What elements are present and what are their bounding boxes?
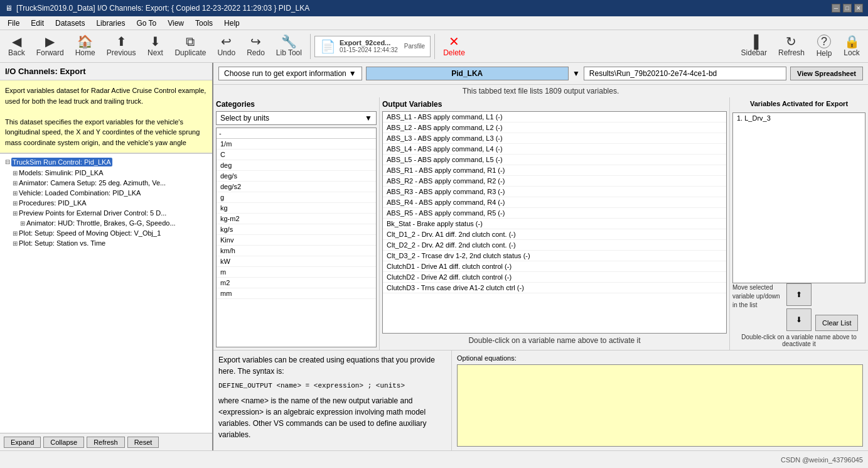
delete-button[interactable]: ✕ Delete xyxy=(439,33,469,59)
status-bar: CSDN @weixin_43796045 xyxy=(0,450,868,468)
help-toolbar-button[interactable]: ? Help xyxy=(812,33,837,60)
view-spreadsheet-button[interactable]: View Spreadsheet xyxy=(790,67,863,80)
var-item-12[interactable]: Clt_D2_2 - Drv. A2 diff. 2nd clutch cont… xyxy=(383,240,726,251)
var-item-2[interactable]: ABS_L3 - ABS apply command, L3 (-) xyxy=(383,133,726,144)
category-item-kgm2[interactable]: kg-m2 xyxy=(217,214,376,224)
refresh-button[interactable]: Refresh xyxy=(87,437,125,448)
tree-item-label-8: Plot: Setup: Station vs. Time xyxy=(19,239,105,247)
category-item-g[interactable]: g xyxy=(217,192,376,203)
var-item-1[interactable]: ABS_L2 - ABS apply command, L2 (-) xyxy=(383,122,726,133)
parsfile-button[interactable]: 📄 Export_92ced... 01-15-2024 12:44:32 Pa… xyxy=(314,36,431,57)
var-item-10[interactable]: Bk_Stat - Brake apply status (-) xyxy=(383,219,726,229)
category-item-deg[interactable]: deg xyxy=(217,160,376,171)
home-icon: 🏠 xyxy=(77,35,93,48)
tree-item-label-6: Animator: HUD: Throttle, Brakes, G-G, Sp… xyxy=(26,219,176,227)
expand-button[interactable]: Expand xyxy=(4,437,41,448)
next-label: Next xyxy=(147,48,163,57)
category-item-Kinv[interactable]: Kinv xyxy=(217,235,376,246)
title-bar: 🖥 [TruckSim2019.0_Data] I/O Channels: Ex… xyxy=(0,0,868,16)
tree-item-plot-speed[interactable]: ⊞ Plot: Setup: Speed of Moving Object: V… xyxy=(3,228,210,238)
categories-search-input[interactable] xyxy=(217,128,376,139)
watermark-text: CSDN @weixin_43796045 xyxy=(781,456,863,464)
menu-help[interactable]: Help xyxy=(219,18,245,29)
var-item-13[interactable]: Clt_D3_2 - Trcase drv 1-2, 2nd clutch st… xyxy=(383,251,726,261)
duplicate-button[interactable]: ⧉ Duplicate xyxy=(170,33,210,59)
refresh-toolbar-button[interactable]: ↻ Refresh xyxy=(774,33,809,59)
var-item-15[interactable]: ClutchD2 - Drive A2 diff. clutch control… xyxy=(383,272,726,283)
tree-item-plot-station[interactable]: ⊞ Plot: Setup: Station vs. Time xyxy=(3,238,210,248)
next-button[interactable]: ⬇ Next xyxy=(142,33,168,59)
var-item-3[interactable]: ABS_L4 - ABS apply command, L4 (-) xyxy=(383,144,726,155)
category-item-m[interactable]: m xyxy=(217,267,376,278)
run-dropdown[interactable]: Choose run to get export information ▼ xyxy=(218,67,362,80)
var-item-16[interactable]: ClutchD3 - Trns case drive A1-2 clutch c… xyxy=(383,283,726,293)
tree-item-models[interactable]: ⊞ Models: Simulink: PID_LKA xyxy=(3,168,210,178)
tree-item-preview[interactable]: ⊞ Preview Points for External Driver Con… xyxy=(3,208,210,218)
menu-libraries[interactable]: Libraries xyxy=(91,18,130,29)
category-item-kW[interactable]: kW xyxy=(217,256,376,267)
move-up-button[interactable]: ⬆ xyxy=(786,283,812,306)
output-variables-column: Output Variables ABS_L1 - ABS apply comm… xyxy=(380,97,730,350)
var-item-6[interactable]: ABS_R2 - ABS apply command, R2 (-) xyxy=(383,176,726,187)
var-item-8[interactable]: ABS_R4 - ABS apply command, R4 (-) xyxy=(383,197,726,208)
title-bar-controls[interactable]: ─ □ ✕ xyxy=(832,4,863,13)
var-item-9[interactable]: ABS_R5 - ABS apply command, R5 (-) xyxy=(383,208,726,219)
home-button[interactable]: 🏠 Home xyxy=(71,33,100,59)
menu-datasets[interactable]: Datasets xyxy=(50,18,90,29)
minimize-button[interactable]: ─ xyxy=(832,4,840,13)
redo-button[interactable]: ↪ Redo xyxy=(242,33,269,59)
pid-dropdown-arrow[interactable]: ▼ xyxy=(572,69,580,78)
back-button[interactable]: ◀ Back xyxy=(4,33,29,59)
forward-label: Forward xyxy=(36,48,64,57)
arrow-buttons: ⬆ ⬇ xyxy=(786,283,812,331)
category-item-degs2[interactable]: deg/s2 xyxy=(217,182,376,192)
maximize-button[interactable]: □ xyxy=(843,4,852,13)
var-item-0[interactable]: ABS_L1 - ABS apply command, L1 (-) xyxy=(383,112,726,122)
undo-button[interactable]: ↩ Undo xyxy=(213,33,240,59)
forward-button[interactable]: ▶ Forward xyxy=(32,33,68,59)
move-down-button[interactable]: ⬇ xyxy=(786,308,812,331)
menu-edit[interactable]: Edit xyxy=(26,18,49,29)
category-item-1m[interactable]: 1/m xyxy=(217,139,376,150)
previous-button[interactable]: ⬆ Previous xyxy=(102,33,141,59)
tree-item-trucksim-run[interactable]: ⊟ TruckSim Run Control: Pid_LKA xyxy=(3,156,210,168)
reset-button[interactable]: Reset xyxy=(127,437,159,448)
category-item-kgs[interactable]: kg/s xyxy=(217,224,376,235)
tree-item-procedures[interactable]: ⊞ Procedures: PID_LKA xyxy=(3,198,210,208)
close-button[interactable]: ✕ xyxy=(854,4,863,13)
tree-item-label-7: Plot: Setup: Speed of Moving Object: V_O… xyxy=(19,229,161,237)
delete-label: Delete xyxy=(443,48,465,57)
left-panel-header: I/O Channels: Export xyxy=(0,63,212,80)
category-item-degs[interactable]: deg/s xyxy=(217,171,376,182)
tree-item-vehicle[interactable]: ⊞ Vehicle: Loaded Combination: PID_LKA xyxy=(3,188,210,198)
category-item-C[interactable]: C xyxy=(217,150,376,160)
category-item-m2[interactable]: m2 xyxy=(217,278,376,288)
collapse-button[interactable]: Collapse xyxy=(43,437,84,448)
menu-view[interactable]: View xyxy=(163,18,189,29)
menu-goto[interactable]: Go To xyxy=(131,18,161,29)
lib-tool-label: Lib Tool xyxy=(276,48,302,57)
category-item-kmh[interactable]: km/h xyxy=(217,246,376,256)
tree-item-animator[interactable]: ⊞ Animator: Camera Setup: 25 deg. Azimut… xyxy=(3,178,210,188)
menu-tools[interactable]: Tools xyxy=(190,18,218,29)
category-item-mm[interactable]: mm xyxy=(217,288,376,299)
clear-list-button[interactable]: Clear List xyxy=(815,315,858,331)
var-item-5[interactable]: ABS_R1 - ABS apply command, R1 (-) xyxy=(383,165,726,176)
var-item-14[interactable]: ClutchD1 - Drive A1 diff. clutch control… xyxy=(383,261,726,272)
var-item-7[interactable]: ABS_R3 - ABS apply command, R3 (-) xyxy=(383,187,726,197)
var-item-4[interactable]: ABS_L5 - ABS apply command, L5 (-) xyxy=(383,155,726,165)
category-item-kg[interactable]: kg xyxy=(217,203,376,214)
pid-dropdown[interactable]: Pid_LKA xyxy=(366,67,569,80)
optional-equations-textarea[interactable] xyxy=(457,364,863,447)
lock-toolbar-button[interactable]: 🔒 Lock xyxy=(839,33,864,59)
home-label: Home xyxy=(75,48,95,57)
parsfile-label: Parsfile xyxy=(404,43,425,50)
menu-file[interactable]: File xyxy=(3,18,24,29)
sidebar-button[interactable]: ▐ Sidebar xyxy=(737,33,771,59)
tree-item-hud[interactable]: ⊞ Animator: HUD: Throttle, Brakes, G-G, … xyxy=(3,218,210,228)
categories-dropdown[interactable]: Select by units ▼ xyxy=(216,111,377,125)
var-item-11[interactable]: Clt_D1_2 - Drv. A1 diff. 2nd clutch cont… xyxy=(383,229,726,240)
export-item-0[interactable]: 1. L_Drv_3 xyxy=(733,113,865,123)
expand-icon-0: ⊟ xyxy=(5,158,10,165)
lib-tool-button[interactable]: 🔧 Lib Tool xyxy=(272,33,306,59)
